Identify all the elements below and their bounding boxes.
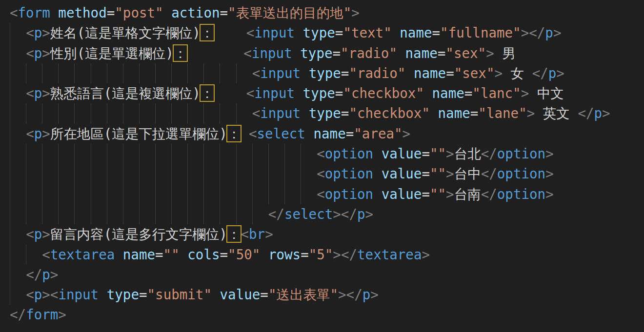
code-token: 男 <box>494 45 516 61</box>
code-token <box>10 206 268 222</box>
code-token: > <box>545 166 554 181</box>
code-token: </ <box>481 186 497 202</box>
code-text: </p> <box>10 267 58 282</box>
code-token: 中文 <box>529 85 564 101</box>
code-token: "checkbox" <box>349 105 430 121</box>
code-token: select <box>284 206 333 222</box>
code-token: rows <box>268 247 301 262</box>
code-token: = <box>422 146 430 161</box>
code-token: name <box>123 247 155 262</box>
code-token: type <box>309 105 341 121</box>
code-line[interactable]: <p>熟悉語言(這是複選欄位)： <input type="checkbox" … <box>0 83 644 103</box>
code-token: > <box>446 146 454 161</box>
code-token: name <box>405 45 438 61</box>
code-token: "表單送出的目的地" <box>228 5 351 20</box>
code-token: < <box>26 25 34 40</box>
code-line[interactable]: <p>留言内容(這是多行文字欄位)：<br> <box>0 224 644 244</box>
code-line[interactable]: <option value="">台中</option> <box>0 164 644 184</box>
code-token: option <box>497 166 545 181</box>
code-token <box>10 267 26 282</box>
code-token: "送出表單" <box>268 287 338 302</box>
code-token <box>10 226 26 242</box>
code-token: p <box>34 45 42 61</box>
code-line[interactable]: <form method="post" action="表單送出的目的地"> <box>0 3 644 23</box>
code-text: <form method="post" action="表單送出的目的地"> <box>10 5 360 20</box>
code-token <box>397 45 405 61</box>
code-token: < <box>42 247 50 262</box>
code-token: form <box>18 5 50 20</box>
code-token <box>301 105 309 121</box>
code-token: p <box>545 25 553 40</box>
code-line[interactable]: </select></p> <box>0 204 644 224</box>
code-token: >< <box>42 287 58 302</box>
code-token <box>373 166 382 181</box>
code-token: = <box>301 247 309 262</box>
code-token: option <box>325 186 373 202</box>
code-token <box>10 25 26 40</box>
code-token: > <box>365 206 374 222</box>
code-token <box>10 247 42 262</box>
code-token: 女 <box>503 65 532 81</box>
code-token: type <box>303 25 335 40</box>
code-text: <p>所在地區(這是下拉選單欄位)： <select name="area"> <box>10 126 410 141</box>
code-token: type <box>309 65 341 81</box>
code-line[interactable]: <p>姓名(這是單格文字欄位)： <input type="text" name… <box>0 23 644 43</box>
ambiguous-unicode-highlight: ： <box>174 45 187 61</box>
code-token: 熟悉語言(這是複選欄位) <box>50 85 201 101</box>
code-token: </ <box>268 206 284 222</box>
code-token: value <box>382 166 422 181</box>
code-line[interactable]: </p> <box>0 265 644 285</box>
code-token: "radio" <box>349 65 405 81</box>
code-token <box>260 247 268 262</box>
code-line[interactable]: </form> <box>0 305 644 325</box>
code-line[interactable]: <option value="">台南</option> <box>0 184 644 204</box>
code-token <box>373 146 382 161</box>
code-token <box>305 126 314 141</box>
code-token <box>10 186 317 202</box>
code-token: "5" <box>309 247 333 262</box>
code-text: <option value="">台中</option> <box>10 166 554 181</box>
code-token: textarea <box>50 247 115 262</box>
code-token: = <box>335 85 343 101</box>
code-token <box>405 65 414 81</box>
code-token: 英文 <box>535 105 578 121</box>
code-token: < <box>243 45 252 61</box>
code-editor[interactable]: <form method="post" action="表單送出的目的地"> <… <box>0 0 644 332</box>
code-token: value <box>382 146 422 161</box>
code-text: <option value="">台南</option> <box>10 186 554 202</box>
code-line[interactable]: <input type="checkbox" name="lane"> 英文 <… <box>0 103 644 123</box>
code-token: input <box>254 25 295 40</box>
code-token: > <box>527 105 535 121</box>
code-token: > <box>486 45 494 61</box>
code-token <box>115 247 123 262</box>
code-token: ></ <box>333 206 357 222</box>
code-line[interactable]: <input type="radio" name="sex"> 女 </p> <box>0 63 644 83</box>
code-text: <option value="">台北</option> <box>10 146 554 161</box>
code-line[interactable]: <textarea name="" cols="50" rows="5"></t… <box>0 245 644 265</box>
code-token: 台中 <box>454 166 481 181</box>
code-token: 性別(這是單選欄位) <box>50 45 174 61</box>
code-token <box>50 5 59 20</box>
code-token: = <box>220 5 228 20</box>
code-token <box>295 25 303 40</box>
code-token: cols <box>187 247 220 262</box>
code-token <box>295 85 303 101</box>
code-line[interactable]: <p>所在地區(這是下拉選單欄位)： <select name="area"> <box>0 124 644 144</box>
ambiguous-unicode-highlight: ： <box>227 226 241 242</box>
code-token: "fullname" <box>440 25 521 40</box>
code-token <box>241 126 249 141</box>
code-line[interactable]: <option value="">台北</option> <box>0 144 644 164</box>
code-token: > <box>446 186 454 202</box>
code-line[interactable]: <p><input type="submit" value="送出表單"></p… <box>0 285 644 305</box>
code-token: select <box>257 126 305 141</box>
code-token: 台北 <box>454 146 481 161</box>
code-token: > <box>58 307 66 322</box>
code-token: > <box>545 146 554 161</box>
code-token: > <box>521 85 529 101</box>
code-token <box>424 85 432 101</box>
code-token: p <box>548 65 557 81</box>
code-token: "sex" <box>454 65 495 81</box>
code-token <box>214 25 246 40</box>
code-line[interactable]: <p>性別(這是單選欄位)： <input type="radio" name=… <box>0 43 644 63</box>
code-token: < <box>26 287 34 302</box>
